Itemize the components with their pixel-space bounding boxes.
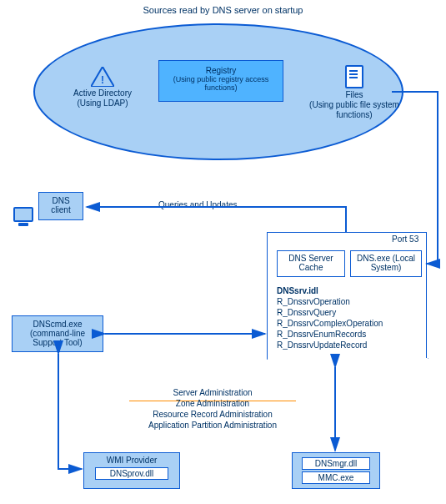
files-name: Files (308, 90, 400, 100)
dns-client-l1: DNS (39, 196, 83, 205)
wmi-provider-box: WMI Provider DNSprov.dll (83, 452, 180, 489)
idl-title: DNSsrv.idl (277, 285, 418, 296)
admin-block: Server Administration Zone Administratio… (92, 387, 333, 431)
file-icon (345, 65, 363, 88)
admin-l2: Zone Administration (92, 398, 333, 409)
mmc-box: DNSmgr.dll MMC.exe (292, 452, 380, 489)
registry-source: Registry (Using public registry access f… (158, 60, 283, 102)
idl-block: DNSsrv.idl R_DnssrvOperation R_DnssrvQue… (277, 285, 418, 350)
registry-name: Registry (159, 66, 283, 75)
ad-detail: (Using LDAP) (57, 98, 148, 108)
files-source: Files (Using public file system function… (308, 65, 400, 120)
idl-op-3: R_DnssrvEnumRecords (277, 329, 418, 340)
registry-detail: (Using public registry access functions) (159, 75, 283, 92)
dns-client-l2: client (39, 205, 83, 214)
idl-op-0: R_DnssrvOperation (277, 296, 418, 307)
idl-op-1: R_DnssrvQuery (277, 307, 418, 318)
mmc-exe: MMC.exe (302, 471, 370, 484)
dnscmd-box: DNScmd.exe (command-line Support Tool) (12, 315, 103, 352)
ad-name: Active Directory (57, 88, 148, 98)
files-detail: (Using public file system functions) (308, 100, 400, 120)
wmi-dll: DNSprov.dll (95, 467, 168, 480)
dnscmd-l2: (command-line (13, 329, 103, 338)
computer-icon (13, 207, 33, 225)
dnscmd-l3: Support Tool) (13, 338, 103, 347)
queries-updates-label: Queries and Updates (158, 200, 238, 209)
admin-l1: Server Administration (92, 387, 333, 398)
diagram-title: Sources read by DNS server on startup (0, 5, 446, 15)
admin-l3: Resource Record Administration (92, 409, 333, 420)
idl-op-4: R_DnssrvUpdateRecord (277, 340, 418, 350)
port-label: Port 53 (392, 234, 443, 244)
dnscmd-l1: DNScmd.exe (13, 320, 103, 329)
dns-server-cache-box: DNS Server Cache (277, 250, 345, 277)
dns-client-box: DNS client (38, 192, 83, 220)
svg-text:!: ! (101, 74, 104, 86)
active-directory-source: ! Active Directory (Using LDAP) (57, 67, 148, 108)
admin-l4: Application Partition Administration (92, 420, 333, 431)
dns-exe-box: DNS.exe (Local System) (350, 250, 422, 277)
idl-op-2: R_DnssrvComplexOperation (277, 318, 418, 329)
wmi-title: WMI Provider (84, 456, 179, 465)
dnsmgr-dll: DNSmgr.dll (302, 457, 370, 470)
triangle-icon: ! (91, 67, 114, 87)
